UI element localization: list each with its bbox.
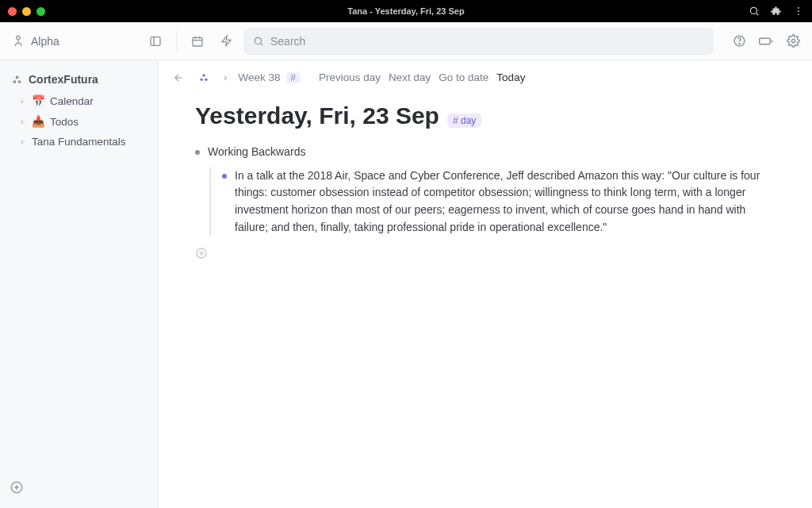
node-children: In a talk at the 2018 Air, Space and Cyb… <box>209 167 776 237</box>
nav-back-button[interactable] <box>170 71 187 85</box>
sidebar-item-label: Todos <box>50 116 79 128</box>
breadcrumb-week[interactable]: Week 38 # <box>239 71 300 83</box>
nav-next-day[interactable]: Next day <box>389 71 431 83</box>
node-text[interactable]: Working Backwards <box>208 144 305 161</box>
sidebar-item-emoji: 📅 <box>32 94 45 107</box>
workspace-row[interactable]: CortexFutura <box>5 68 153 90</box>
sidebar-item-emoji: 📥 <box>32 115 45 128</box>
add-node-icon[interactable] <box>195 247 208 260</box>
window-title: Tana - Yesterday, Fri, 23 Sep <box>0 6 812 16</box>
settings-icon[interactable] <box>782 30 804 52</box>
svg-line-1 <box>756 13 759 16</box>
page-content: Yesterday, Fri, 23 Sep # day Working Bac… <box>159 90 812 278</box>
lightning-icon[interactable] <box>215 30 237 52</box>
hash-chip: # <box>286 72 300 83</box>
nav-previous-day[interactable]: Previous day <box>319 71 381 83</box>
extensions-icon[interactable] <box>771 6 782 17</box>
toolbar: Alpha <box>0 22 812 60</box>
breadcrumb-separator-icon: › <box>220 70 231 85</box>
titlebar: Tana - Yesterday, Fri, 23 Sep <box>0 0 812 22</box>
svg-point-16 <box>738 43 739 44</box>
svg-point-3 <box>798 10 799 12</box>
svg-line-14 <box>261 43 263 45</box>
home-node-icon[interactable] <box>195 71 213 85</box>
sidebar-item-label: Calendar <box>50 95 94 107</box>
workspace-name: CortexFutura <box>29 73 98 86</box>
svg-point-13 <box>255 37 261 44</box>
svg-point-2 <box>798 7 799 9</box>
close-window-button[interactable] <box>8 7 17 16</box>
brand-logo-icon <box>11 34 25 48</box>
more-icon[interactable] <box>793 6 804 17</box>
help-icon[interactable] <box>728 30 750 52</box>
app-body: CortexFutura › 📅 Calendar › 📥 Todos › Ta… <box>0 60 812 508</box>
svg-point-19 <box>791 39 795 42</box>
svg-point-28 <box>200 78 203 81</box>
app-chrome: Alpha <box>0 22 812 508</box>
search-icon <box>253 36 264 47</box>
sidebar-item-fundamentals[interactable]: › Tana Fundamentals <box>5 132 153 152</box>
add-node-row <box>195 247 776 262</box>
navlinks: Previous day Next day Go to date Today <box>319 71 525 83</box>
titlebar-right <box>749 6 804 17</box>
sidebar-item-calendar[interactable]: › 📅 Calendar <box>5 90 153 111</box>
search-bar[interactable] <box>243 28 714 55</box>
app-window: Tana - Yesterday, Fri, 23 Sep Alpha <box>0 0 812 508</box>
toolbar-divider <box>176 31 177 52</box>
svg-point-29 <box>205 78 208 81</box>
chevron-right-icon: › <box>17 117 27 126</box>
nav-today[interactable]: Today <box>496 71 525 83</box>
bullet-icon[interactable] <box>195 150 200 155</box>
svg-marker-12 <box>221 36 230 46</box>
battery-icon[interactable] <box>755 30 777 52</box>
sidebar-item-todos[interactable]: › 📥 Todos <box>5 111 153 132</box>
tag-chip-day[interactable]: # day <box>447 114 481 128</box>
node[interactable]: Working Backwards <box>195 144 776 161</box>
zoom-icon[interactable] <box>749 6 760 17</box>
svg-rect-8 <box>193 37 202 46</box>
sidebar: CortexFutura › 📅 Calendar › 📥 Todos › Ta… <box>0 60 159 508</box>
breadcrumbs: › Week 38 # Previous day Next day Go to … <box>159 60 812 90</box>
workspace-brand[interactable]: Alpha <box>11 34 138 48</box>
maximize-window-button[interactable] <box>36 7 45 16</box>
sidebar-item-label: Tana Fundamentals <box>32 136 126 148</box>
svg-point-5 <box>17 36 21 40</box>
page-title[interactable]: Yesterday, Fri, 23 Sep <box>195 102 439 129</box>
calendar-icon[interactable] <box>186 30 209 52</box>
search-input[interactable] <box>270 35 704 48</box>
svg-rect-6 <box>151 37 160 45</box>
page-title-row: Yesterday, Fri, 23 Sep # day <box>195 102 776 129</box>
svg-point-27 <box>202 74 205 77</box>
workspace-icon <box>11 74 23 86</box>
node[interactable]: In a talk at the 2018 Air, Space and Cyb… <box>222 167 776 237</box>
chevron-right-icon: › <box>17 137 27 146</box>
panel-toggle-icon[interactable] <box>144 30 167 52</box>
chevron-right-icon: › <box>17 97 27 106</box>
svg-point-4 <box>798 13 799 15</box>
svg-rect-17 <box>760 38 771 44</box>
svg-point-21 <box>13 80 17 83</box>
node-text[interactable]: In a talk at the 2018 Air, Space and Cyb… <box>235 167 776 237</box>
svg-point-22 <box>18 80 21 83</box>
add-circle-icon[interactable] <box>10 480 24 495</box>
window-controls <box>8 7 45 16</box>
brand-name: Alpha <box>31 35 59 48</box>
minimize-window-button[interactable] <box>22 7 31 16</box>
main-pane: › Week 38 # Previous day Next day Go to … <box>159 60 812 508</box>
sidebar-footer <box>5 475 153 502</box>
svg-point-0 <box>750 7 756 13</box>
svg-point-20 <box>16 75 19 79</box>
toolbar-right <box>728 30 804 52</box>
bullet-icon[interactable] <box>222 174 227 179</box>
nav-go-to-date[interactable]: Go to date <box>439 71 488 83</box>
